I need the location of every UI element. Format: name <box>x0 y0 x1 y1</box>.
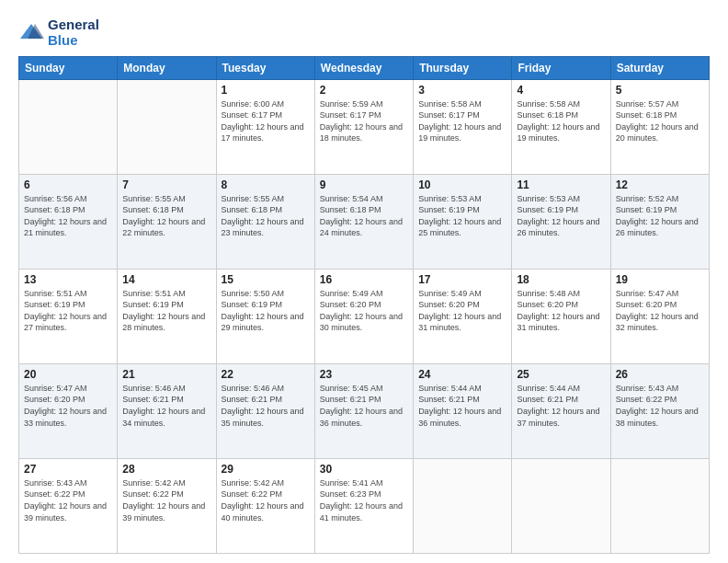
calendar-week-2: 13Sunrise: 5:51 AM Sunset: 6:19 PM Dayli… <box>19 269 710 363</box>
day-info: Sunrise: 5:49 AM Sunset: 6:20 PM Dayligh… <box>320 288 408 334</box>
day-info: Sunrise: 5:42 AM Sunset: 6:22 PM Dayligh… <box>122 477 210 523</box>
day-number: 26 <box>616 368 704 381</box>
day-info: Sunrise: 5:47 AM Sunset: 6:20 PM Dayligh… <box>616 288 704 334</box>
day-number: 19 <box>616 273 704 286</box>
day-number: 30 <box>320 463 408 476</box>
day-number: 7 <box>122 178 210 191</box>
day-info: Sunrise: 5:57 AM Sunset: 6:18 PM Dayligh… <box>616 98 704 144</box>
day-info: Sunrise: 5:45 AM Sunset: 6:21 PM Dayligh… <box>320 383 408 429</box>
day-number: 22 <box>222 368 310 381</box>
calendar-header-wednesday: Wednesday <box>314 56 413 79</box>
day-info: Sunrise: 5:51 AM Sunset: 6:19 PM Dayligh… <box>24 288 112 334</box>
day-info: Sunrise: 5:50 AM Sunset: 6:19 PM Dayligh… <box>222 288 310 334</box>
calendar-cell: 3Sunrise: 5:58 AM Sunset: 6:17 PM Daylig… <box>414 79 512 174</box>
day-number: 14 <box>122 273 210 286</box>
calendar-cell: 5Sunrise: 5:57 AM Sunset: 6:18 PM Daylig… <box>610 79 709 174</box>
day-number: 17 <box>418 273 506 286</box>
calendar-cell: 8Sunrise: 5:55 AM Sunset: 6:18 PM Daylig… <box>216 174 314 269</box>
calendar-cell: 18Sunrise: 5:48 AM Sunset: 6:20 PM Dayli… <box>512 269 610 363</box>
calendar-cell: 23Sunrise: 5:45 AM Sunset: 6:21 PM Dayli… <box>314 363 413 458</box>
calendar-cell: 19Sunrise: 5:47 AM Sunset: 6:20 PM Dayli… <box>610 269 709 363</box>
calendar-cell: 7Sunrise: 5:55 AM Sunset: 6:18 PM Daylig… <box>118 174 216 269</box>
calendar-week-1: 6Sunrise: 5:56 AM Sunset: 6:18 PM Daylig… <box>19 174 710 269</box>
calendar-cell: 11Sunrise: 5:53 AM Sunset: 6:19 PM Dayli… <box>512 174 610 269</box>
day-info: Sunrise: 5:42 AM Sunset: 6:22 PM Dayligh… <box>222 477 310 523</box>
calendar-cell: 15Sunrise: 5:50 AM Sunset: 6:19 PM Dayli… <box>216 269 314 363</box>
day-number: 6 <box>24 178 112 191</box>
day-info: Sunrise: 5:46 AM Sunset: 6:21 PM Dayligh… <box>222 383 310 429</box>
calendar-header-sunday: Sunday <box>19 56 118 79</box>
logo-icon <box>18 22 44 42</box>
calendar-cell: 6Sunrise: 5:56 AM Sunset: 6:18 PM Daylig… <box>19 174 118 269</box>
day-info: Sunrise: 5:48 AM Sunset: 6:20 PM Dayligh… <box>517 288 605 334</box>
day-info: Sunrise: 5:41 AM Sunset: 6:23 PM Dayligh… <box>320 477 408 523</box>
calendar-cell: 13Sunrise: 5:51 AM Sunset: 6:19 PM Dayli… <box>19 269 118 363</box>
day-number: 28 <box>122 463 210 476</box>
day-number: 11 <box>517 178 605 191</box>
day-number: 4 <box>517 84 605 97</box>
calendar-cell: 26Sunrise: 5:43 AM Sunset: 6:22 PM Dayli… <box>610 363 709 458</box>
day-number: 23 <box>320 368 408 381</box>
calendar-header-thursday: Thursday <box>414 56 512 79</box>
calendar-cell: 28Sunrise: 5:42 AM Sunset: 6:22 PM Dayli… <box>118 458 216 553</box>
calendar-week-3: 20Sunrise: 5:47 AM Sunset: 6:20 PM Dayli… <box>19 363 710 458</box>
day-number: 12 <box>616 178 704 191</box>
calendar-header-tuesday: Tuesday <box>216 56 314 79</box>
calendar-header-saturday: Saturday <box>610 56 709 79</box>
day-number: 20 <box>24 368 112 381</box>
day-number: 9 <box>320 178 408 191</box>
calendar-cell: 9Sunrise: 5:54 AM Sunset: 6:18 PM Daylig… <box>314 174 413 269</box>
calendar-cell: 29Sunrise: 5:42 AM Sunset: 6:22 PM Dayli… <box>216 458 314 553</box>
calendar-cell: 20Sunrise: 5:47 AM Sunset: 6:20 PM Dayli… <box>19 363 118 458</box>
calendar-cell: 30Sunrise: 5:41 AM Sunset: 6:23 PM Dayli… <box>314 458 413 553</box>
calendar-header-friday: Friday <box>512 56 610 79</box>
calendar-cell: 16Sunrise: 5:49 AM Sunset: 6:20 PM Dayli… <box>314 269 413 363</box>
calendar-cell: 24Sunrise: 5:44 AM Sunset: 6:21 PM Dayli… <box>414 363 512 458</box>
day-info: Sunrise: 6:00 AM Sunset: 6:17 PM Dayligh… <box>222 98 310 144</box>
calendar-table: SundayMondayTuesdayWednesdayThursdayFrid… <box>18 56 710 555</box>
day-info: Sunrise: 5:53 AM Sunset: 6:19 PM Dayligh… <box>418 193 506 239</box>
calendar-week-0: 1Sunrise: 6:00 AM Sunset: 6:17 PM Daylig… <box>19 79 710 174</box>
day-number: 2 <box>320 84 408 97</box>
day-info: Sunrise: 5:54 AM Sunset: 6:18 PM Dayligh… <box>320 193 408 239</box>
calendar-cell: 17Sunrise: 5:49 AM Sunset: 6:20 PM Dayli… <box>414 269 512 363</box>
day-number: 27 <box>24 463 112 476</box>
logo-text: General Blue <box>48 17 99 49</box>
day-number: 3 <box>418 84 506 97</box>
calendar-cell: 14Sunrise: 5:51 AM Sunset: 6:19 PM Dayli… <box>118 269 216 363</box>
day-info: Sunrise: 5:56 AM Sunset: 6:18 PM Dayligh… <box>24 193 112 239</box>
day-number: 16 <box>320 273 408 286</box>
day-number: 21 <box>122 368 210 381</box>
day-number: 24 <box>418 368 506 381</box>
day-number: 5 <box>616 84 704 97</box>
day-number: 13 <box>24 273 112 286</box>
calendar-cell: 1Sunrise: 6:00 AM Sunset: 6:17 PM Daylig… <box>216 79 314 174</box>
day-number: 29 <box>222 463 310 476</box>
day-info: Sunrise: 5:43 AM Sunset: 6:22 PM Dayligh… <box>616 383 704 429</box>
calendar-cell: 22Sunrise: 5:46 AM Sunset: 6:21 PM Dayli… <box>216 363 314 458</box>
page: General Blue SundayMondayTuesdayWednesda… <box>0 0 728 563</box>
calendar-cell <box>512 458 610 553</box>
day-info: Sunrise: 5:58 AM Sunset: 6:17 PM Dayligh… <box>418 98 506 144</box>
logo: General Blue <box>18 17 99 49</box>
calendar-header-monday: Monday <box>118 56 216 79</box>
day-info: Sunrise: 5:55 AM Sunset: 6:18 PM Dayligh… <box>222 193 310 239</box>
day-number: 15 <box>222 273 310 286</box>
day-info: Sunrise: 5:43 AM Sunset: 6:22 PM Dayligh… <box>24 477 112 523</box>
calendar-cell: 4Sunrise: 5:58 AM Sunset: 6:18 PM Daylig… <box>512 79 610 174</box>
day-number: 25 <box>517 368 605 381</box>
day-info: Sunrise: 5:46 AM Sunset: 6:21 PM Dayligh… <box>122 383 210 429</box>
calendar-cell <box>118 79 216 174</box>
calendar-cell <box>414 458 512 553</box>
day-info: Sunrise: 5:44 AM Sunset: 6:21 PM Dayligh… <box>418 383 506 429</box>
day-info: Sunrise: 5:49 AM Sunset: 6:20 PM Dayligh… <box>418 288 506 334</box>
day-number: 8 <box>222 178 310 191</box>
calendar-cell: 12Sunrise: 5:52 AM Sunset: 6:19 PM Dayli… <box>610 174 709 269</box>
day-info: Sunrise: 5:58 AM Sunset: 6:18 PM Dayligh… <box>517 98 605 144</box>
calendar-cell: 21Sunrise: 5:46 AM Sunset: 6:21 PM Dayli… <box>118 363 216 458</box>
day-number: 10 <box>418 178 506 191</box>
day-info: Sunrise: 5:51 AM Sunset: 6:19 PM Dayligh… <box>122 288 210 334</box>
calendar-week-4: 27Sunrise: 5:43 AM Sunset: 6:22 PM Dayli… <box>19 458 710 553</box>
day-info: Sunrise: 5:52 AM Sunset: 6:19 PM Dayligh… <box>616 193 704 239</box>
day-number: 18 <box>517 273 605 286</box>
